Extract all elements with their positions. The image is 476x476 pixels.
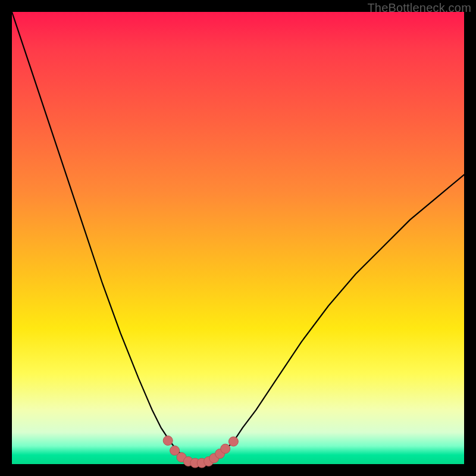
optimal-dot	[221, 444, 230, 453]
optimal-zone-dots	[163, 436, 238, 468]
plot-area	[12, 12, 464, 464]
bottleneck-curve	[12, 12, 464, 463]
watermark-text: TheBottleneck.com	[367, 1, 471, 15]
curve-svg	[12, 12, 464, 464]
optimal-dot	[228, 437, 238, 446]
optimal-dot	[163, 436, 173, 445]
outer-frame: TheBottleneck.com	[0, 0, 476, 476]
